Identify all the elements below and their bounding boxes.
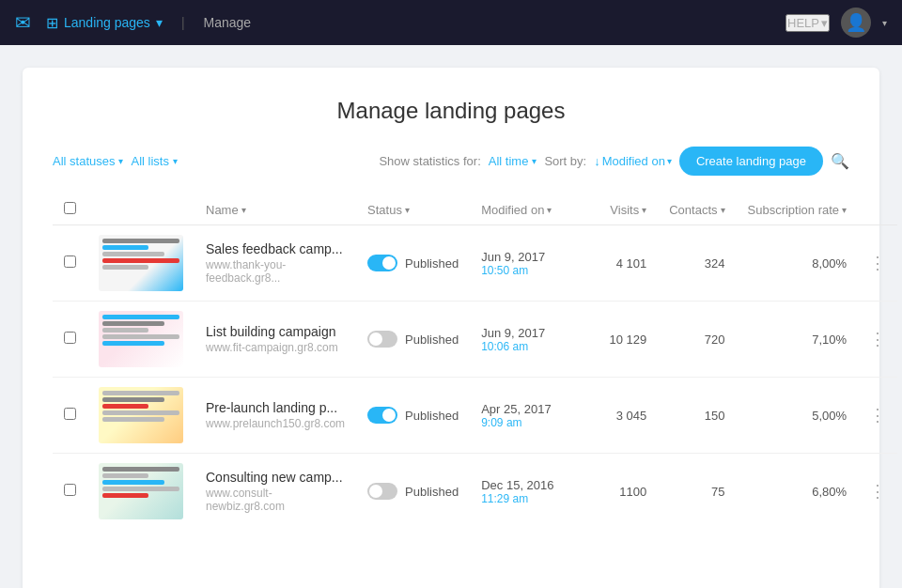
status-badge: Published [367,255,459,271]
name-cell: Pre-launch landing p... www.prelaunch150… [194,378,356,454]
more-actions-button[interactable]: ⋮ [869,331,886,348]
campaign-name[interactable]: Sales feedback camp... [206,241,345,256]
visits-sort[interactable]: Visits ▾ [610,203,646,217]
date-cell: Jun 9, 2017 10:06 am [470,302,583,378]
grid-icon: ⊞ [46,14,58,32]
thumb-line [102,252,164,256]
contacts-sort[interactable]: Contacts ▾ [669,203,724,217]
contacts-cell: 75 [658,454,736,530]
thumbnail-image [99,311,183,367]
avatar[interactable]: 👤 [841,8,871,38]
all-lists-filter[interactable]: All lists ▾ [131,154,177,168]
email-icon: ✉ [15,11,31,34]
status-badge: Published [367,407,459,424]
actions-cell: ⋮ [858,378,897,454]
subscription-rate-sort[interactable]: Subscription rate ▾ [748,203,848,217]
modified-sort[interactable]: Modified on ▾ [481,203,552,217]
page-title: Manage landing pages [53,98,849,124]
thumb-line [102,391,179,395]
status-toggle[interactable] [367,255,397,271]
sort-label: Sort by: [544,154,586,168]
campaign-url: www.consult-newbiz.gr8.com [206,487,345,513]
sort-filter[interactable]: ↓ Modified on ▾ [594,154,672,168]
thumbnail-image [99,463,183,519]
campaign-name[interactable]: Pre-launch landing p... [206,400,345,415]
visits-sort-caret: ▾ [642,205,646,215]
name-cell: List building campaign www.fit-campaign.… [194,302,356,378]
date-time: 11:29 am [481,492,571,505]
app-dropdown-caret: ▾ [156,15,163,30]
stats-label: Show statistics for: [379,154,480,168]
campaign-name[interactable]: Consulting new camp... [206,470,345,485]
row-checkbox-cell [53,302,87,378]
date-cell: Dec 15, 2016 11:29 am [470,454,583,530]
table-row: List building campaign www.fit-campaign.… [53,302,897,378]
top-nav: ✉ ⊞ Landing pages ▾ | Manage HELP ▾ 👤 ▾ [0,0,902,45]
app-switcher-button[interactable]: ⊞ Landing pages ▾ [46,14,163,32]
status-toggle[interactable] [367,331,397,348]
row-checkbox-cell [53,454,87,530]
status-cell: Published [356,454,470,530]
thumb-line [102,480,164,485]
more-actions-button[interactable]: ⋮ [869,407,886,424]
modified-on-header: Modified on ▾ [470,194,583,225]
actions-cell: ⋮ [858,302,897,378]
name-sort-caret: ▾ [241,205,246,215]
thumb-line [102,417,164,422]
sort-caret: ▾ [667,156,672,166]
status-toggle[interactable] [367,407,397,424]
table-row: Pre-launch landing p... www.prelaunch150… [53,378,897,454]
table-row: Consulting new camp... www.consult-newbi… [53,454,897,530]
date-cell: Jun 9, 2017 10:50 am [470,225,583,302]
avatar-icon: 👤 [846,12,866,33]
date-main: Dec 15, 2016 [481,478,571,492]
app-name-label: Landing pages [64,15,150,30]
main-container: Manage landing pages All statuses ▾ All … [23,68,879,588]
subscription-rate-cell: 6,80% [737,454,859,530]
thumbnail-image [99,387,183,443]
row-checkbox-cell [53,378,87,454]
thumb-line [102,404,148,409]
date-main: Apr 25, 2017 [481,402,571,416]
status-sort[interactable]: Status ▾ [367,203,410,217]
date-cell: Apr 25, 2017 9:09 am [470,378,583,454]
thumb-line [102,493,148,498]
status-text: Published [405,409,459,423]
row-checkbox-1[interactable] [64,255,76,268]
all-statuses-filter[interactable]: All statuses ▾ [53,154,123,168]
help-caret: ▾ [821,16,828,30]
thumb-line [102,487,179,491]
select-all-checkbox[interactable] [64,202,76,214]
more-actions-button[interactable]: ⋮ [869,255,886,271]
thumb-line [102,321,164,326]
row-checkbox-cell [53,225,87,302]
thumbnail-cell [87,454,194,530]
time-range-filter[interactable]: All time ▾ [489,154,537,168]
actions-cell: ⋮ [858,225,897,302]
thumb-line [102,265,148,270]
status-toggle[interactable] [367,483,397,500]
thumbnail-cell [87,225,194,302]
search-button[interactable]: 🔍 [831,152,849,170]
thumb-line [102,473,148,478]
status-sort-caret: ▾ [405,205,410,215]
thumb-line [102,315,179,319]
subscription-sort-caret: ▾ [842,205,847,215]
status-cell: Published [356,378,470,454]
more-actions-button[interactable]: ⋮ [869,483,886,500]
contacts-header: Contacts ▾ [658,194,736,225]
help-button[interactable]: HELP ▾ [785,14,830,32]
date-time: 10:06 am [481,340,571,353]
date-time: 10:50 am [481,264,571,277]
row-checkbox-3[interactable] [64,408,76,420]
row-checkbox-2[interactable] [64,332,76,344]
campaign-name[interactable]: List building campaign [206,324,345,339]
row-checkbox-4[interactable] [64,484,76,496]
visits-cell: 4 101 [583,225,658,302]
thumb-line [102,410,179,415]
name-sort[interactable]: Name ▾ [206,203,246,217]
contacts-sort-caret: ▾ [721,205,725,215]
create-landing-page-button[interactable]: Create landing page [679,147,823,176]
name-cell: Sales feedback camp... www.thank-you-fee… [194,225,356,302]
visits-cell: 3 045 [583,378,658,454]
